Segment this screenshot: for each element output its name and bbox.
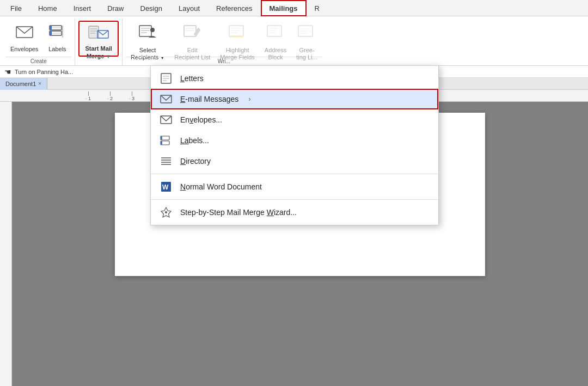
ruler-label-2: · 2 [107,96,113,101]
menu-item-email-messages[interactable]: E-mail Messages › [151,89,438,109]
tab-home[interactable]: Home [30,0,65,16]
svg-rect-44 [161,141,162,145]
envelopes-dropdown-icon [160,114,173,126]
tab-extra[interactable]: R [307,0,328,16]
document-tab[interactable]: Document1 × [0,78,47,90]
tab-bar: File Home Insert Draw Design Layout Refe… [0,0,588,16]
svg-rect-6 [50,26,52,30]
envelope-icon [15,23,34,45]
tab-references[interactable]: References [208,0,260,16]
menu-item-labels[interactable]: Labels... [151,130,438,151]
ribbon-group-write-insert: SelectRecipients ▼ EditRe [122,19,326,65]
edit-recipient-label: EditRecipient List [174,47,210,61]
svg-rect-26 [229,35,243,38]
normal-word-label: Normal Word Document [180,182,262,191]
highlight-merge-button: HighlightMerge Fields [215,21,260,57]
labels-dropdown-label: Labels... [180,136,209,145]
ruler-marks: · 1 · 2 · 3 · 4 [12,90,164,101]
select-recipients-button[interactable]: SelectRecipients ▼ [126,21,169,57]
write-insert-group-items: SelectRecipients ▼ EditRe [126,19,322,57]
ribbon-content: Envelopes [0,16,588,65]
menu-separator-2 [151,199,438,200]
ruler-tick-2 [110,91,111,96]
address-block-icon [266,23,285,46]
letters-icon [160,72,173,84]
svg-rect-43 [161,136,162,140]
svg-point-17 [150,28,155,32]
greeting-line-label: Gree-ting Li... [296,47,317,61]
directory-label: Directory [180,157,211,166]
address-block-button: AddressBlock [260,21,291,57]
highlight-merge-label: HighlightMerge Fields [220,47,255,61]
tab-file[interactable]: File [2,0,30,16]
email-messages-label: E-mail Messages [180,95,238,103]
dropdown-menu: Letters E-mail Messages › Envelopes... [150,65,439,225]
wizard-label: Step-by-Step Mail Merge Wizard... [180,208,297,217]
svg-rect-13 [139,26,151,36]
highlight-merge-icon [228,23,247,46]
ruler-mark-2: · 2 [99,91,121,101]
left-ruler [0,102,12,386]
greeting-line-button: Gree-ting Li... [291,21,322,57]
svg-point-52 [165,211,167,213]
edit-recipient-icon [183,23,201,46]
menu-item-wizard[interactable]: Step-by-Step Mail Merge Wizard... [151,202,438,223]
ruler-mark-1: · 1 [77,91,99,101]
labels-icon [48,23,66,45]
svg-rect-27 [267,26,281,36]
ribbon-group-start-merge: Start MailMerge ▼ [75,19,122,65]
address-block-label: AddressBlock [265,47,286,61]
ruler-label-1: · 1 [85,96,91,101]
create-group-items: Envelopes [5,19,71,57]
start-merge-group-label [78,57,119,66]
envelopes-dropdown-label: Envelopes... [180,115,222,124]
select-recipients-icon [138,23,157,46]
start-merge-group-items: Start MailMerge ▼ [78,19,119,57]
doc-tab-name: Document1 [5,81,36,87]
tab-draw[interactable]: Draw [99,0,132,16]
menu-item-normal-word[interactable]: W Normal Word Document [151,176,438,197]
word-icon: W [160,181,173,193]
start-mail-merge-button[interactable]: Start MailMerge ▼ [78,21,119,57]
wizard-icon [160,206,173,218]
panning-icon: ☚ [4,68,11,76]
start-merge-icon [88,24,109,45]
menu-item-letters[interactable]: Letters [151,68,438,89]
cursor-indicator: › [248,95,250,103]
menu-item-directory[interactable]: Directory [151,151,438,171]
svg-text:W: W [162,183,169,191]
ribbon: File Home Insert Draw Design Layout Refe… [0,0,588,66]
directory-icon [160,155,173,167]
ruler-mark-3: · 3 [121,91,143,101]
ruler-label-3: · 3 [129,96,134,101]
labels-label: Labels [48,46,66,53]
envelopes-button[interactable]: Envelopes [5,21,43,57]
tab-insert[interactable]: Insert [65,0,100,16]
doc-tab-close[interactable]: × [38,81,41,87]
tab-layout[interactable]: Layout [170,0,208,16]
edit-recipient-button: EditRecipient List [169,21,215,57]
svg-rect-22 [229,26,243,36]
svg-rect-7 [50,31,52,35]
ruler-tick-3 [132,91,132,96]
menu-separator [151,174,438,174]
ruler-tick-1 [88,91,89,96]
email-icon [160,93,173,105]
ribbon-group-create: Envelopes [2,19,75,65]
labels-button[interactable]: Labels [43,21,71,57]
greeting-line-icon [297,23,316,46]
labels-dropdown-icon [160,134,173,146]
letters-label: Letters [180,74,204,83]
create-group-label: Create [5,57,71,66]
envelopes-label: Envelopes [10,46,38,53]
menu-item-envelopes[interactable]: Envelopes... [151,109,438,130]
panning-text: Turn on Panning Ha... [15,69,73,75]
tab-design[interactable]: Design [132,0,170,16]
tab-mailings[interactable]: Mailings [261,0,307,16]
